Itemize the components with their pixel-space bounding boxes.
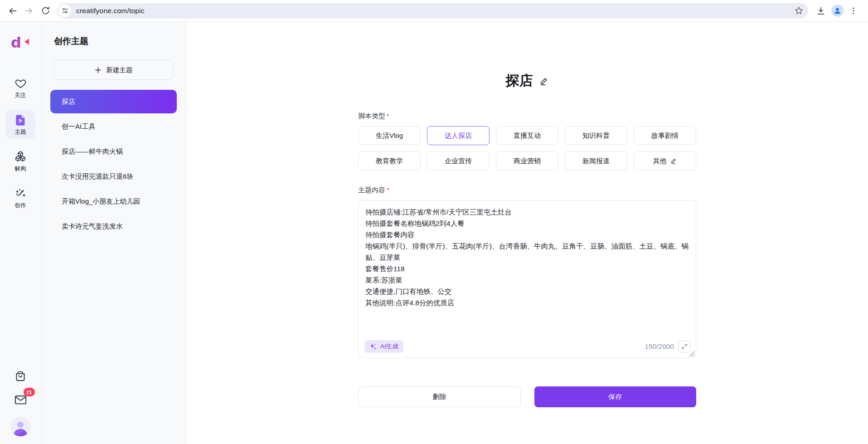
script-type-label: 脚本类型* (358, 112, 696, 121)
forward-arrow-icon (24, 6, 34, 16)
topic-item[interactable]: 次卡没用完退款只退6块 (50, 165, 177, 188)
rail-item-deconstruct[interactable]: 解构 (5, 146, 35, 176)
back-arrow-icon (8, 6, 18, 16)
forward-button[interactable] (21, 3, 37, 19)
topic-item[interactable]: 探店——鲜牛肉火锅 (50, 140, 177, 163)
form-actions: 删除 保存 (358, 386, 696, 407)
chip-knowledge[interactable]: 知识科普 (565, 126, 627, 145)
browser-menu-button[interactable] (845, 3, 862, 19)
user-avatar[interactable] (10, 417, 30, 437)
rail-item-label: 关注 (15, 92, 26, 99)
new-topic-label: 新建主题 (107, 66, 133, 74)
back-button[interactable] (5, 3, 21, 19)
site-settings-button[interactable] (58, 5, 71, 17)
profile-avatar-icon (831, 5, 844, 17)
page-title-row: 探店 (358, 72, 696, 90)
expand-button[interactable] (678, 341, 690, 353)
chip-story[interactable]: 故事剧情 (634, 126, 696, 145)
required-asterisk: * (387, 186, 389, 194)
script-type-chips: 生活Vlog 达人探店 直播互动 知识科普 故事剧情 教育教学 企业宣传 商业营… (358, 126, 696, 171)
star-icon (794, 6, 804, 15)
chip-life-vlog[interactable]: 生活Vlog (358, 126, 421, 145)
chip-education[interactable]: 教育教学 (358, 151, 421, 171)
topic-item[interactable]: 探店 (50, 90, 177, 113)
mail-badge: 21 (24, 388, 35, 396)
chip-news[interactable]: 新闻报道 (565, 151, 627, 171)
rail-bottom: 21 (10, 369, 30, 444)
rail-nav: 关注 主题 (5, 73, 35, 213)
chip-marketing[interactable]: 商业营销 (496, 151, 558, 171)
mail-button[interactable]: 21 (14, 393, 28, 407)
rail-item-create[interactable]: 创作 (5, 183, 35, 213)
tune-icon (61, 7, 69, 15)
profile-button[interactable] (829, 3, 845, 19)
address-bar[interactable]: creatifyone.com/topic (57, 3, 808, 19)
ai-generate-button[interactable]: AI生成 (364, 340, 403, 353)
rail-item-label: 解构 (15, 165, 26, 173)
bookmark-star-button[interactable] (794, 6, 804, 15)
content-box-footer: AI生成 150/2000 (364, 340, 690, 353)
magic-wand-icon (14, 187, 27, 200)
heart-icon (15, 78, 27, 90)
save-button[interactable]: 保存 (534, 386, 696, 407)
edit-title-button[interactable] (539, 76, 549, 86)
delete-button[interactable]: 删除 (358, 386, 521, 407)
topic-sidebar: 创作主题 新建主题 探店 创一AI工具 探店——鲜牛肉火锅 次卡没用完退款只退6… (41, 22, 186, 444)
topic-item[interactable]: 卖卡诗元气姜洗发水 (50, 215, 177, 238)
rail-item-topic[interactable]: 主题 (5, 110, 35, 139)
chip-live-interaction[interactable]: 直播互动 (496, 126, 558, 145)
topic-content-input[interactable]: 待拍摄店铺:江苏省/常州市/天宁区三里屯土灶台 待拍摄套餐名称地锅鸡2到4人餐 … (359, 200, 696, 327)
chip-corporate[interactable]: 企业宣传 (427, 151, 490, 171)
app-logo[interactable]: d (10, 34, 30, 53)
topic-list: 探店 创一AI工具 探店——鲜牛肉火锅 次卡没用完退款只退6块 开箱Vlog_小… (41, 90, 186, 239)
required-asterisk: * (387, 112, 389, 120)
url-text[interactable]: creatifyone.com/topic (76, 7, 145, 15)
shop-bag-button[interactable] (14, 369, 27, 383)
new-topic-button[interactable]: 新建主题 (54, 60, 173, 80)
reload-icon (41, 6, 50, 15)
browser-toolbar: creatifyone.com/topic (0, 0, 868, 22)
icon-rail: d 关注 主题 (0, 22, 41, 444)
expand-icon (681, 343, 688, 350)
downloads-button[interactable] (813, 3, 829, 19)
page-title: 探店 (506, 72, 533, 90)
resize-handle[interactable] (689, 351, 695, 357)
download-icon (816, 6, 826, 16)
ai-generate-label: AI生成 (380, 342, 398, 351)
topic-doc-play-icon (14, 114, 27, 127)
svg-text:d: d (11, 34, 21, 51)
sparkles-icon (369, 343, 377, 351)
rail-item-follow[interactable]: 关注 (5, 73, 35, 102)
main-content: 探店 脚本类型* 生活Vlog 达人探店 直播互动 知识科普 故事剧情 教育教学 (186, 22, 868, 444)
cubes-icon (14, 151, 27, 163)
edit-pencil-icon (670, 157, 677, 165)
reload-button[interactable] (37, 3, 53, 19)
chip-daren-tandian[interactable]: 达人探店 (427, 126, 490, 145)
topic-item[interactable]: 开箱Vlog_小朋友上幼儿园 (50, 190, 177, 213)
kebab-menu-icon (849, 6, 858, 15)
rail-item-label: 创作 (15, 202, 26, 210)
content-label: 主题内容* (358, 186, 696, 195)
shopping-bag-icon (14, 369, 27, 383)
char-counter: 150/2000 (645, 342, 674, 351)
topic-item[interactable]: 创一AI工具 (50, 115, 177, 138)
topic-content-box: 待拍摄店铺:江苏省/常州市/天宁区三里屯土灶台 待拍摄套餐名称地锅鸡2到4人餐 … (358, 200, 696, 358)
rail-item-label: 主题 (15, 128, 26, 136)
chip-other[interactable]: 其他 (634, 151, 696, 171)
plus-icon (95, 67, 102, 73)
sidebar-title: 创作主题 (54, 35, 186, 47)
